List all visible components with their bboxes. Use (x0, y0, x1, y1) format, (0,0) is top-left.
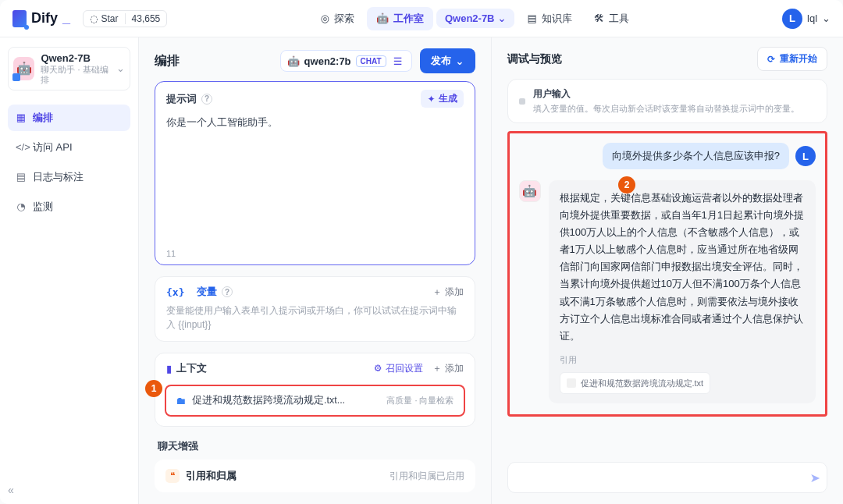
sidebar-item-label: 编排 (33, 111, 53, 125)
prompt-char-count: 11 (155, 249, 475, 264)
tune-icon[interactable]: ☰ (391, 54, 405, 68)
brand-logo[interactable]: Dify_ (12, 10, 70, 27)
generate-prompt-button[interactable]: ✦ 生成 (421, 90, 463, 108)
add-variable-button[interactable]: ＋ 添加 (432, 286, 464, 299)
settings-icon: ⚙ (374, 363, 382, 374)
chat-enhance-section: 聊天增强 ❝ 引用和归属 引用和归属已启用 (155, 438, 475, 492)
sidebar-app-sub: 聊天助手 · 基础编排 (41, 65, 110, 85)
model-provider-icon: 🤖 (287, 55, 300, 67)
sidebar-item-label: 监测 (33, 200, 53, 214)
chevron-down-icon: ⌄ (116, 62, 125, 74)
citation-chip[interactable]: 促进和规范数据跨境流动规定.txt (560, 372, 711, 395)
assistant-message: 根据规定，关键信息基础设施运营者以外的数据处理者向境外提供重要数据，或自当年1月… (549, 180, 816, 403)
sidebar-item-api[interactable]: </> 访问 API (8, 134, 130, 161)
preview-title: 调试与预览 (507, 52, 562, 66)
user-menu[interactable]: L lql ⌄ (782, 9, 831, 29)
nav-knowledge[interactable]: ▤ 知识库 (518, 7, 581, 30)
help-icon[interactable]: ? (222, 286, 233, 297)
recall-settings-button[interactable]: ⚙召回设置 (374, 362, 423, 375)
callout-badge-2: 2 (618, 176, 635, 193)
refresh-icon: ⟳ (767, 54, 775, 65)
header-right: L lql ⌄ (782, 9, 831, 29)
chat-badge: CHAT (356, 55, 386, 67)
user-name-label: lql (807, 12, 817, 24)
layout-icon: ▦ (16, 112, 27, 123)
user-avatar: L (782, 9, 802, 29)
sidebar-item-label: 日志与标注 (33, 170, 84, 184)
nav-knowledge-label: 知识库 (542, 12, 572, 26)
github-star-button[interactable]: ◌ Star 43,655 (83, 10, 167, 27)
citation-label: 引用和归属 (186, 469, 237, 483)
restart-label: 重新开始 (780, 52, 817, 66)
compass-icon: ◎ (321, 12, 329, 24)
publish-button[interactable]: 发布 ⌄ (420, 48, 475, 73)
sidebar-app-card[interactable]: 🤖 Qwen2-7B 聊天助手 · 基础编排 ⌄ (8, 47, 130, 91)
sidebar-item-monitor[interactable]: ◔ 监测 (8, 193, 130, 220)
nav-tools-label: 工具 (609, 12, 629, 26)
restart-button[interactable]: ⟳ 重新开始 (757, 47, 827, 71)
user-message: 向境外提供多少条个人信息应该申报? (603, 143, 789, 169)
code-icon: </> (16, 141, 27, 153)
context-file-tags: 高质量 · 向量检索 (386, 395, 454, 406)
gauge-icon: ◔ (16, 201, 27, 212)
sidebar-app-name: Qwen2-7B (41, 52, 110, 65)
publish-label: 发布 (431, 54, 451, 68)
github-star-label: Star (101, 13, 119, 24)
sidebar-item-logs[interactable]: ▤ 日志与标注 (8, 164, 130, 190)
prompt-textarea[interactable] (166, 115, 464, 240)
chevron-down-icon: ⌄ (822, 12, 831, 24)
generate-label: 生成 (439, 92, 457, 105)
chat-preview-area: 向境外提供多少条个人信息应该申报? L 🤖 根据规定，关键信息基础设施运营者以外… (507, 131, 828, 417)
nav-studio[interactable]: 🤖 工作室 (367, 7, 433, 30)
user-input-desc: 填入变量的值。每次启动新会话时该变量将自动替换提示词中的变量。 (533, 103, 799, 115)
add-context-button[interactable]: ＋ 添加 (432, 362, 464, 375)
brand-suffix: _ (62, 10, 70, 27)
chevron-down-icon: ⌄ (456, 55, 464, 67)
brand-name: Dify (31, 10, 58, 27)
tools-icon: 🛠 (594, 12, 604, 24)
folder-icon: 🖿 (176, 395, 186, 406)
list-icon: ▤ (16, 171, 27, 183)
chevron-down-icon: ⌄ (498, 12, 507, 24)
user-avatar-icon: L (795, 146, 816, 166)
chat-input-bar: ➤ (507, 462, 828, 493)
context-file-name: 促进和规范数据跨境流动规定.txt... (192, 394, 380, 407)
nav-studio-label: 工作室 (393, 12, 424, 26)
nav-explore-label: 探索 (334, 12, 354, 26)
logo-mark-icon (12, 10, 27, 27)
sidebar-collapse-button[interactable]: « (8, 484, 14, 496)
chat-input[interactable] (514, 472, 810, 484)
user-input-card[interactable]: 用户输入 填入变量的值。每次启动新会话时该变量将自动替换提示词中的变量。 (507, 79, 828, 123)
callout-badge-1: 1 (145, 380, 162, 397)
github-icon: ◌ (90, 13, 98, 24)
vars-desc: 变量能使用户输入表单引入提示词或开场白，你可以试试在提示词中输入 {{input… (155, 303, 475, 341)
citation-icon: ❝ (165, 469, 180, 483)
help-icon[interactable]: ? (201, 94, 212, 105)
bot-avatar-icon: 🤖 (519, 180, 541, 202)
model-name-label: qwen2:7b (304, 55, 351, 67)
nav-tools[interactable]: 🛠 工具 (585, 7, 638, 30)
citation-status: 引用和归属已启用 (389, 470, 464, 483)
context-file-row[interactable]: 🖿 促进和规范数据跨境流动规定.txt... 高质量 · 向量检索 (165, 385, 465, 417)
variables-card: {x} 变量? ＋ 添加 变量能使用户输入表单引入提示词或开场白，你可以试试在提… (155, 276, 475, 342)
sparkle-icon: ✦ (427, 94, 435, 105)
enhance-section-label: 聊天增强 (155, 438, 475, 460)
assistant-message-text: 根据规定，关键信息基础设施运营者以外的数据处理者向境外提供重要数据，或自当年1月… (560, 192, 804, 342)
page-title: 编排 (155, 53, 180, 69)
model-selector[interactable]: 🤖 qwen2:7b CHAT ☰ (280, 50, 412, 72)
nav-app-chip-label: Qwen2-7B (445, 12, 495, 24)
github-star-count: 43,655 (125, 13, 161, 24)
send-icon[interactable]: ➤ (810, 470, 820, 485)
chevron-right-icon (519, 98, 525, 105)
file-icon (567, 378, 576, 388)
nav-active-app-chip[interactable]: Qwen2-7B ⌄ (436, 9, 514, 28)
file-icon: ▮ (166, 363, 172, 374)
sidebar-item-orchestrate[interactable]: ▦ 编排 (8, 105, 130, 131)
nav-explore[interactable]: ◎ 探索 (311, 7, 364, 30)
citation-file-name: 促进和规范数据跨境流动规定.txt (581, 376, 704, 391)
citation-card[interactable]: ❝ 引用和归属 引用和归属已启用 (155, 460, 475, 492)
prompt-card: 提示词? ✦ 生成 11 (155, 81, 475, 265)
app-avatar-icon: 🤖 (13, 57, 34, 80)
user-input-title: 用户输入 (533, 87, 799, 101)
context-card: ▮ 上下文 ⚙召回设置 ＋ 添加 🖿 促进和规范数据跨境流动规定.txt... (155, 353, 475, 427)
